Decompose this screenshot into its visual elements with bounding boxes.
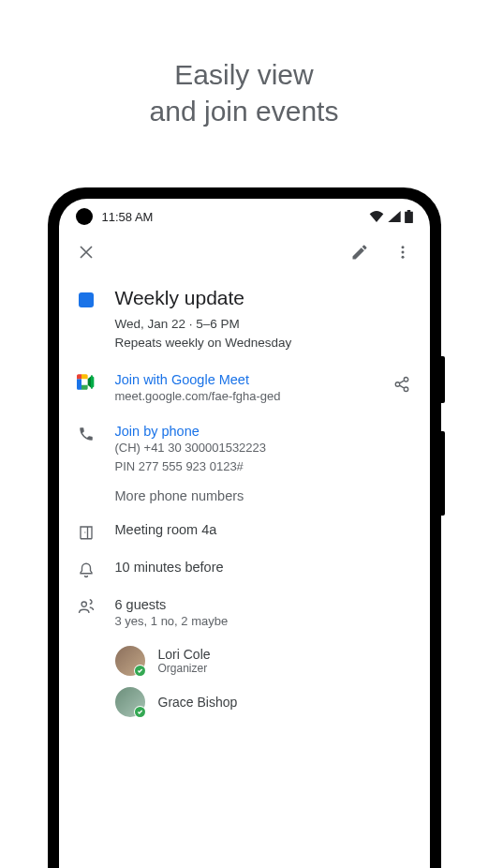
guest-name: Grace Bishop (158, 695, 238, 710)
meet-link[interactable]: Join with Google Meet (115, 372, 372, 387)
app-bar (59, 231, 430, 274)
status-bar: 11:58 AM (59, 199, 430, 231)
svg-point-0 (401, 246, 404, 248)
phone-side-button (441, 431, 445, 516)
promo-line1: Easily view (0, 56, 488, 93)
pencil-icon (350, 243, 369, 262)
location-row[interactable]: Meeting room 4a (76, 513, 413, 550)
room-icon (78, 524, 95, 541)
guest-item[interactable]: Lori Cole Organizer (76, 640, 413, 681)
more-button[interactable] (392, 242, 413, 262)
close-icon (78, 244, 95, 261)
rsvp-status-badge (134, 665, 146, 677)
guest-name: Lori Cole (158, 647, 211, 662)
guests-row[interactable]: 6 guests 3 yes, 1 no, 2 maybe (76, 588, 413, 640)
event-datetime: Wed, Jan 22 · 5–6 PM (115, 315, 413, 334)
phone-number: (CH) +41 30 300001532223 (115, 439, 413, 457)
promo-heading: Easily view and join events (0, 0, 488, 129)
phone-icon (78, 426, 95, 442)
phone-row[interactable]: Join by phone (CH) +41 30 300001532223 P… (76, 414, 413, 485)
location-text: Meeting room 4a (115, 522, 413, 537)
event-header-row: Weekly update Wed, Jan 22 · 5–6 PM Repea… (76, 277, 413, 363)
phone-pin: PIN 277 555 923 0123# (115, 457, 413, 476)
close-button[interactable] (76, 242, 96, 262)
event-content: Weekly update Wed, Jan 22 · 5–6 PM Repea… (59, 274, 430, 723)
status-time: 11:58 AM (102, 210, 154, 224)
event-recurrence: Repeats weekly on Wednesday (115, 334, 413, 352)
cell-signal-icon (388, 211, 401, 222)
phone-frame: 11:58 AM (48, 187, 441, 868)
more-numbers-label: More phone numbers (115, 488, 413, 503)
guest-item[interactable]: Grace Bishop (76, 681, 413, 723)
edit-button[interactable] (349, 242, 370, 262)
promo-line2: and join events (0, 93, 488, 129)
guest-role: Organizer (158, 662, 211, 675)
people-icon (77, 599, 96, 616)
svg-point-2 (401, 256, 404, 259)
meet-url: meet.google.com/fae-fgha-ged (115, 387, 372, 406)
phone-link[interactable]: Join by phone (115, 424, 413, 439)
phone-side-button (441, 356, 445, 403)
svg-point-1 (401, 251, 404, 254)
guests-summary: 3 yes, 1 no, 2 maybe (115, 612, 413, 631)
share-icon (393, 376, 410, 393)
battery-icon (405, 210, 413, 223)
rsvp-status-badge (134, 706, 146, 718)
bell-icon (78, 561, 95, 578)
google-meet-icon (77, 374, 96, 390)
reminder-row[interactable]: 10 minutes before (76, 550, 413, 588)
event-title: Weekly update (115, 287, 413, 309)
calendar-color-chip (79, 292, 94, 307)
status-icons (369, 210, 413, 223)
meet-row[interactable]: Join with Google Meet meet.google.com/fa… (76, 363, 413, 415)
wifi-icon (369, 211, 384, 222)
guests-count: 6 guests (115, 597, 413, 612)
share-button[interactable] (392, 374, 412, 395)
camera-hole (76, 208, 93, 225)
phone-screen: 11:58 AM (59, 199, 430, 868)
reminder-text: 10 minutes before (115, 560, 413, 575)
more-numbers-row[interactable]: More phone numbers (76, 485, 413, 513)
more-vert-icon (394, 244, 411, 261)
